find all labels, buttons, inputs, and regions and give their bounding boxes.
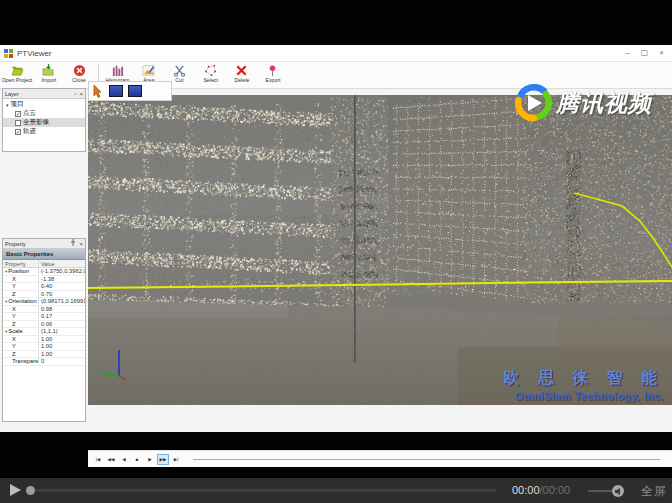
value-column-header: Value bbox=[39, 260, 85, 267]
property-value: 0.40 bbox=[39, 283, 85, 289]
delete-x-icon bbox=[235, 64, 248, 77]
layer-panel-title: Layer bbox=[5, 91, 71, 97]
view-toolbar bbox=[88, 81, 172, 101]
export-pin-icon bbox=[266, 64, 279, 77]
view-toggle-button-1[interactable] bbox=[109, 85, 123, 97]
property-column-header: Property bbox=[3, 260, 39, 267]
expander-icon[interactable]: ▾ bbox=[5, 269, 7, 274]
window-title: PTViewer bbox=[17, 49, 52, 58]
tree-root-label: 项目 bbox=[11, 100, 24, 109]
company-name-en: OmniSlam Technology, Inc. bbox=[503, 390, 664, 402]
title-bar: PTViewer – ▢ × bbox=[0, 45, 672, 62]
property-name: Y bbox=[3, 313, 39, 319]
fullscreen-button[interactable]: 全屏 bbox=[641, 483, 667, 500]
toolbar-button-label: Import bbox=[41, 77, 56, 83]
import-folder-icon bbox=[42, 64, 55, 77]
toolbar-button-export[interactable]: Export bbox=[257, 63, 288, 88]
property-table-header: Property Value bbox=[3, 260, 85, 268]
property-value: 0.06 bbox=[39, 321, 85, 327]
basic-properties-header[interactable]: Basic Properties bbox=[3, 249, 85, 260]
playback-button-3[interactable]: ■ bbox=[131, 454, 143, 465]
tree-root-item[interactable]: ▾项目 bbox=[3, 100, 85, 109]
time-display: 00:00/00:00 bbox=[512, 484, 570, 496]
toolbar-button-label: Delete bbox=[234, 77, 249, 83]
playback-buttons: |◀◀◀◀■▶▶▶▶| bbox=[92, 454, 183, 465]
expander-icon[interactable]: ▾ bbox=[5, 299, 7, 304]
property-row-z[interactable]: Z1.00 bbox=[3, 351, 85, 359]
playback-toolbar: |◀◀◀◀■▶▶▶▶| bbox=[88, 450, 672, 467]
property-value: 1.00 bbox=[39, 336, 85, 342]
playback-button-2[interactable]: ◀ bbox=[118, 454, 130, 465]
property-row-position[interactable]: ▾Position(-1.3750,0.3962,0.704... bbox=[3, 268, 85, 276]
toolbar-button-label: Export bbox=[265, 77, 280, 83]
property-panel-header: Property × bbox=[3, 239, 85, 249]
close-panel-icon[interactable]: × bbox=[79, 90, 83, 98]
toolbar-button-select[interactable]: Select bbox=[195, 63, 226, 88]
close-panel-icon[interactable]: × bbox=[79, 240, 83, 248]
property-name: X bbox=[3, 276, 39, 282]
property-panel-title: Property bbox=[5, 241, 67, 247]
pin-icon[interactable] bbox=[70, 239, 76, 248]
playback-button-6[interactable]: ▶| bbox=[170, 454, 182, 465]
property-panel: Property × Basic Properties Property Val… bbox=[2, 238, 86, 422]
toolbar-button-label: Open Project bbox=[2, 77, 33, 83]
property-value: (-1.3750,0.3962,0.704... bbox=[39, 268, 85, 274]
tree-item-点云[interactable]: ✓点云 bbox=[3, 109, 85, 118]
playback-button-4[interactable]: ▶ bbox=[144, 454, 156, 465]
toolbar-button-open-project[interactable]: Open Project bbox=[2, 63, 33, 88]
tree-item-全景影像[interactable]: 全景影像 bbox=[3, 118, 85, 127]
minimize-button[interactable]: – bbox=[625, 47, 629, 59]
property-name: ▾Position bbox=[3, 268, 39, 274]
play-button[interactable] bbox=[10, 484, 21, 496]
property-name: ▾Orientation bbox=[3, 298, 39, 304]
progress-bar[interactable] bbox=[29, 489, 497, 492]
property-row-y[interactable]: Y0.40 bbox=[3, 283, 85, 291]
property-value: 0.17 bbox=[39, 313, 85, 319]
expander-icon[interactable]: ▾ bbox=[5, 329, 7, 334]
property-value: (1,1,1) bbox=[39, 328, 85, 334]
property-row-y[interactable]: Y0.17 bbox=[3, 313, 85, 321]
property-row-orientation[interactable]: ▾Orientation(0.98171,0.16991,0.0... bbox=[3, 298, 85, 306]
maximize-button[interactable]: ▢ bbox=[641, 47, 649, 59]
checkbox[interactable]: ✓ bbox=[15, 129, 21, 135]
volume-knob[interactable] bbox=[612, 485, 624, 497]
toolbar-button-import[interactable]: Import bbox=[33, 63, 64, 88]
property-row-x[interactable]: X0.98 bbox=[3, 306, 85, 314]
close-button[interactable]: × bbox=[659, 47, 664, 59]
property-table: ▾Position(-1.3750,0.3962,0.704...X-1.38Y… bbox=[3, 268, 85, 366]
tree-item-轨迹[interactable]: ✓轨迹 bbox=[3, 127, 85, 136]
viewport-3d[interactable] bbox=[88, 95, 672, 405]
video-player-bar: 00:00/00:00 全屏 bbox=[0, 478, 672, 503]
property-row-x[interactable]: X-1.38 bbox=[3, 276, 85, 284]
property-name: Y bbox=[3, 343, 39, 349]
checkbox[interactable] bbox=[15, 120, 21, 126]
property-name: Transparent bbox=[3, 358, 39, 364]
checkbox[interactable]: ✓ bbox=[15, 111, 21, 117]
playback-button-0[interactable]: |◀ bbox=[92, 454, 104, 465]
layer-panel-header: Layer ▫ × bbox=[3, 89, 85, 99]
toolbar-button-delete[interactable]: Delete bbox=[226, 63, 257, 88]
property-row-x[interactable]: X1.00 bbox=[3, 336, 85, 344]
tencent-video-brand-text: 腾讯视频 bbox=[556, 88, 652, 119]
property-value: 1.00 bbox=[39, 351, 85, 357]
playback-button-5[interactable]: ▶▶ bbox=[157, 454, 169, 465]
app-icon bbox=[4, 49, 13, 58]
progress-knob[interactable] bbox=[26, 486, 35, 495]
playback-button-1[interactable]: ◀◀ bbox=[105, 454, 117, 465]
property-row-y[interactable]: Y1.00 bbox=[3, 343, 85, 351]
expander-icon[interactable]: ▾ bbox=[6, 102, 9, 108]
video-frame: PTViewer – ▢ × Open ProjectImportCloseHi… bbox=[0, 0, 672, 503]
view-toggle-button-2[interactable] bbox=[128, 85, 142, 97]
float-panel-icon[interactable]: ▫ bbox=[74, 90, 76, 98]
scissors-icon bbox=[173, 64, 186, 77]
time-current: 00:00 bbox=[512, 484, 540, 496]
open-folder-icon bbox=[11, 64, 24, 77]
pan-tool-icon[interactable] bbox=[92, 84, 104, 98]
property-row-z[interactable]: Z0.70 bbox=[3, 291, 85, 299]
point-cloud-canvas[interactable] bbox=[88, 95, 672, 405]
property-row-transparent[interactable]: Transparent0 bbox=[3, 358, 85, 366]
property-row-scale[interactable]: ▾Scale(1,1,1) bbox=[3, 328, 85, 336]
playback-slider[interactable] bbox=[193, 459, 660, 460]
property-row-z[interactable]: Z0.06 bbox=[3, 321, 85, 329]
histogram-icon bbox=[111, 64, 124, 77]
